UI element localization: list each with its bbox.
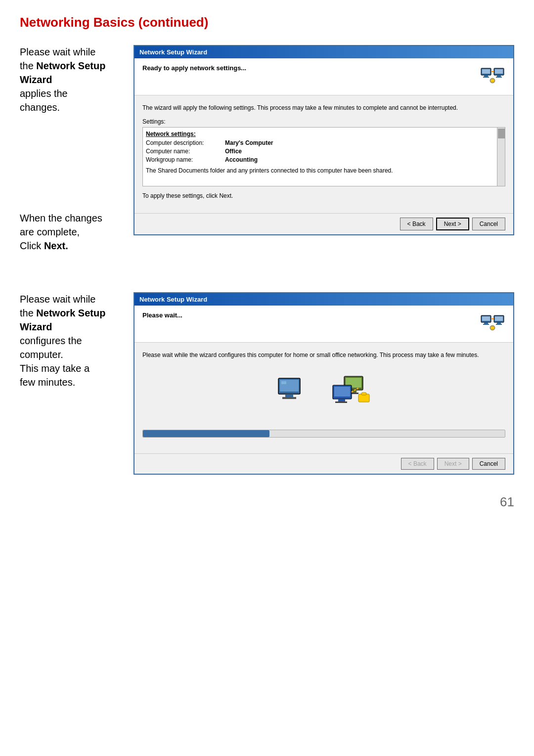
svg-rect-1 — [482, 69, 490, 74]
section1-text-line1: Please wait while — [20, 46, 95, 57]
svg-rect-3 — [483, 77, 489, 78]
svg-rect-17 — [497, 322, 501, 324]
wizard2-header-title: Please wait... — [142, 311, 182, 319]
settings-shared-note: The Shared Documents folder and any prin… — [146, 167, 502, 174]
page-number: 61 — [20, 494, 514, 510]
settings-label: Settings: — [142, 118, 505, 125]
svg-rect-21 — [490, 326, 494, 329]
section2-left-text: Please wait while the Network Setup Wiza… — [20, 292, 119, 389]
wizard2-next-button[interactable]: Next > — [437, 458, 469, 470]
wizard1-titlebar: Network Setup Wizard — [134, 46, 513, 58]
wizard2-back-button[interactable]: < Back — [401, 458, 434, 470]
wizard2-header-icon — [481, 311, 505, 336]
svg-rect-16 — [495, 316, 503, 321]
wizard1-cancel-button[interactable]: Cancel — [472, 218, 505, 230]
section2-text-line1: Please wait while — [20, 294, 95, 305]
wizard2-description: Please wait while the wizard configures … — [142, 351, 505, 359]
svg-rect-18 — [496, 324, 502, 325]
wizard2-body: Please wait while the wizard configures … — [134, 343, 513, 453]
svg-rect-5 — [495, 69, 503, 74]
svg-rect-34 — [335, 401, 347, 403]
settings-row-description: Computer description: Mary's Computer — [146, 139, 502, 146]
wizard1-header-title: Ready to apply network settings... — [142, 64, 246, 72]
svg-rect-26 — [281, 381, 286, 384]
wizard1-header-icon — [481, 64, 505, 89]
section1-click-next: Click Next. — [20, 240, 68, 251]
section1-bottom-line2: are complete, — [20, 226, 80, 237]
scrollbar-thumb — [498, 129, 505, 138]
section1-text-bold: Network Setup Wizard — [20, 60, 105, 85]
progress-bar-fill — [143, 430, 269, 437]
svg-rect-33 — [338, 399, 345, 401]
svg-rect-14 — [483, 324, 489, 325]
wizard2-titlebar: Network Setup Wizard — [134, 293, 513, 306]
page-title: Networking Basics (continued) — [20, 15, 514, 30]
section2-text-line4: This may take a — [20, 363, 89, 374]
svg-rect-2 — [484, 75, 488, 77]
section2: Please wait while the Network Setup Wiza… — [20, 292, 514, 475]
section1-left-text: Please wait while the Network Setup Wiza… — [20, 45, 119, 253]
settings-scrollbar[interactable] — [497, 128, 505, 186]
svg-rect-25 — [282, 397, 296, 399]
settings-row-workgroup: Workgroup name: Accounting — [146, 156, 502, 163]
single-computer-icon — [276, 377, 302, 408]
section2-text-line5: few minutes. — [20, 377, 75, 388]
svg-rect-12 — [482, 316, 490, 321]
network-icons-area — [142, 365, 505, 425]
wizard2-header: Please wait... — [134, 306, 513, 343]
section2-text-line3: computer. — [20, 349, 63, 360]
svg-rect-32 — [334, 387, 350, 397]
section1-text-line2: applies the — [20, 88, 68, 99]
wizard1-description: The wizard will apply the following sett… — [142, 103, 505, 112]
wizard1-next-button[interactable]: Next > — [436, 218, 469, 230]
settings-section-title: Network settings: — [146, 131, 502, 137]
svg-rect-37 — [361, 393, 366, 395]
network-computers-icon — [332, 375, 371, 410]
wizard1-header: Ready to apply network settings... — [134, 58, 513, 95]
wizard1-footer: < Back Next > Cancel — [134, 213, 513, 234]
wizard1-body: The wizard will apply the following sett… — [134, 95, 513, 213]
section2-text-line2: configures the — [20, 335, 82, 346]
section2-text-bold: Network Setup Wizard — [20, 308, 105, 332]
settings-scrollbox[interactable]: Network settings: Computer description: … — [142, 127, 505, 186]
svg-rect-7 — [496, 77, 502, 78]
svg-rect-13 — [484, 322, 488, 324]
wizard2-cancel-button[interactable]: Cancel — [472, 458, 505, 470]
apply-text: To apply these settings, click Next. — [142, 192, 505, 199]
svg-rect-24 — [285, 394, 293, 397]
wizard2-footer: < Back Next > Cancel — [134, 453, 513, 474]
settings-row-name: Computer name: Office — [146, 148, 502, 155]
section1-text-line3: changes. — [20, 102, 60, 113]
wizard1-box: Network Setup Wizard Ready to apply netw… — [134, 45, 514, 235]
wizard1-back-button[interactable]: < Back — [400, 218, 433, 230]
wizard2-box: Network Setup Wizard Please wait... Plea… — [134, 292, 514, 475]
section1-bottom-line1: When the changes — [20, 213, 102, 223]
svg-rect-10 — [490, 79, 494, 82]
progress-bar-area — [142, 430, 505, 438]
svg-rect-6 — [497, 75, 501, 77]
section1: Please wait while the Network Setup Wiza… — [20, 45, 514, 253]
